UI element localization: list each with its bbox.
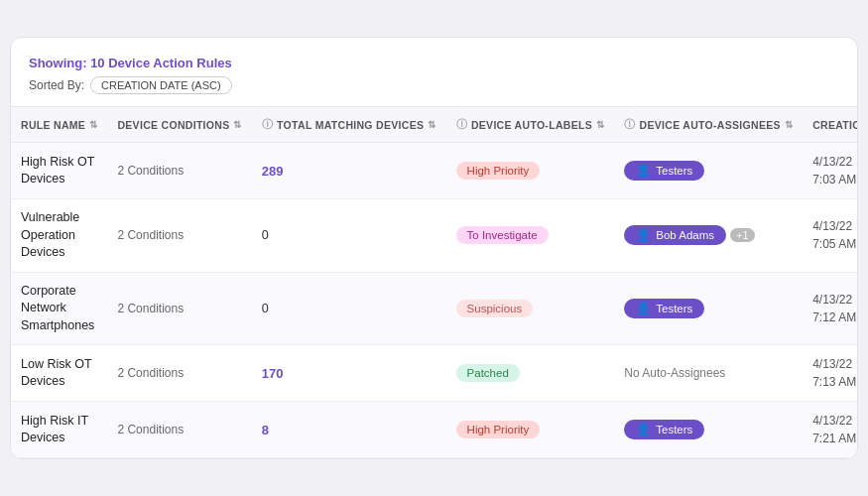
assignee-icon: 👤 — [636, 164, 651, 178]
table-header-row: RULE NAME ⇅ DEVICE CONDITIONS ⇅ ⓘ TOTAL … — [11, 107, 858, 143]
main-container: Showing: 10 Device Action Rules Sorted B… — [10, 37, 858, 459]
sort-icon-matching: ⇅ — [428, 119, 435, 130]
creation-date-cell: 4/13/22 7:12 AM — [812, 293, 856, 324]
assignee-name: Bob Adams — [656, 229, 714, 241]
col-header-labels[interactable]: ⓘ DEVICE AUTO-LABELS ⇅ — [446, 107, 615, 143]
rules-table: RULE NAME ⇅ DEVICE CONDITIONS ⇅ ⓘ TOTAL … — [11, 106, 858, 458]
label-badge: High Priority — [456, 162, 541, 180]
col-header-assignees[interactable]: ⓘ DEVICE AUTO-ASSIGNEES ⇅ — [614, 107, 803, 143]
conditions-cell: 2 Conditions — [117, 302, 184, 315]
table-row[interactable]: High Risk OT Devices2 Conditions289High … — [11, 143, 858, 199]
conditions-cell: 2 Conditions — [117, 423, 184, 436]
info-icon-assignees: ⓘ — [624, 117, 635, 132]
assignee-name: Testers — [656, 303, 692, 314]
table-row[interactable]: Vulnerable Operation Devices2 Conditions… — [11, 199, 858, 273]
sort-icon-assignees: ⇅ — [785, 119, 793, 130]
table-row[interactable]: Corporate Network Smartphones2 Condition… — [11, 272, 858, 345]
assignee-extra: +1 — [730, 228, 755, 242]
label-badge: Patched — [456, 364, 520, 382]
matching-cell: 0 — [262, 228, 269, 242]
conditions-cell: 2 Conditions — [117, 228, 184, 242]
rule-name-cell: Corporate Network Smartphones — [21, 284, 94, 332]
rule-name-cell: Vulnerable Operation Devices — [21, 210, 79, 259]
label-badge: High Priority — [456, 421, 541, 438]
sorted-label: Sorted By: — [29, 78, 84, 92]
creation-date-cell: 4/13/22 7:03 AM — [812, 155, 856, 186]
assignee-name: Testers — [656, 424, 692, 435]
sort-icon-conditions: ⇅ — [233, 119, 241, 130]
creation-date-cell: 4/13/22 7:21 AM — [812, 414, 856, 445]
sorted-badge[interactable]: CREATION DATE (ASC) — [90, 76, 232, 94]
meta-section: Showing: 10 Device Action Rules Sorted B… — [11, 56, 857, 106]
assignee-name: Testers — [656, 165, 692, 177]
info-icon-matching: ⓘ — [262, 117, 273, 132]
label-badge: To Investigate — [456, 226, 549, 244]
matching-cell: 289 — [262, 164, 284, 179]
matching-cell: 0 — [262, 302, 269, 315]
assignee-icon: 👤 — [636, 228, 651, 242]
table-row[interactable]: Low Risk OT Devices2 Conditions170Patche… — [11, 345, 858, 402]
showing-label: Showing: — [29, 56, 87, 70]
showing-line: Showing: 10 Device Action Rules — [29, 56, 839, 70]
rule-name-cell: High Risk IT Devices — [21, 414, 88, 445]
conditions-cell: 2 Conditions — [117, 164, 184, 178]
assignee-badge: 👤Testers — [624, 161, 704, 181]
assignee-badge: 👤Bob Adams — [624, 225, 726, 245]
showing-value: 10 Device Action Rules — [90, 56, 232, 70]
creation-date-cell: 4/13/22 7:13 AM — [812, 357, 856, 389]
rule-name-cell: High Risk OT Devices — [21, 155, 94, 186]
matching-cell: 8 — [262, 423, 269, 437]
assignee-icon: 👤 — [636, 302, 651, 315]
conditions-cell: 2 Conditions — [117, 366, 184, 380]
col-header-matching[interactable]: ⓘ TOTAL MATCHING DEVICES ⇅ — [252, 107, 446, 143]
assignee-icon: 👤 — [636, 423, 651, 436]
creation-date-cell: 4/13/22 7:05 AM — [812, 219, 856, 251]
rule-name-cell: Low Risk OT Devices — [21, 357, 91, 389]
label-badge: Suspicious — [456, 300, 534, 317]
assignee-badge: 👤Testers — [624, 420, 704, 439]
col-header-conditions[interactable]: DEVICE CONDITIONS ⇅ — [107, 107, 251, 143]
table-row[interactable]: High Risk IT Devices2 Conditions8High Pr… — [11, 402, 858, 458]
col-header-rule-name[interactable]: RULE NAME ⇅ — [11, 107, 107, 143]
no-assignee-text: No Auto-Assignees — [624, 366, 725, 380]
info-icon-labels: ⓘ — [456, 117, 467, 132]
matching-cell: 170 — [262, 366, 284, 381]
col-header-creation[interactable]: CREATION DATE ↑ — [803, 107, 858, 143]
assignee-badge: 👤Testers — [624, 299, 704, 318]
sorted-line: Sorted By: CREATION DATE (ASC) — [29, 76, 839, 94]
sort-icon-rule: ⇅ — [89, 119, 97, 130]
sort-icon-labels: ⇅ — [596, 119, 604, 130]
